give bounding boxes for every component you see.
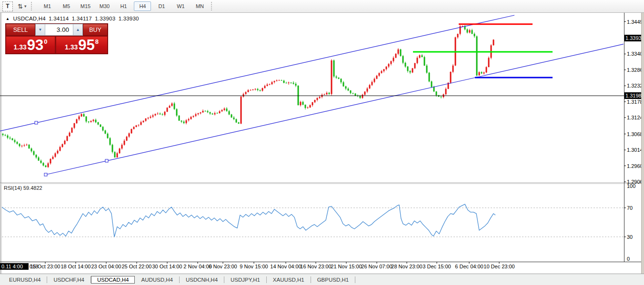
one-click-trading-panel: SELL ▼ ▲ BUY 1.33 93 0 1.33 95 8 bbox=[6, 24, 108, 54]
timeframe-h1-button[interactable]: H1 bbox=[115, 1, 132, 11]
top-toolbar: T ⇅ ▾ M1 M5 M15 M30 H1 H4 D1 W1 MN bbox=[0, 0, 644, 13]
high-value: 1.34117 bbox=[72, 16, 92, 21]
toolbar-grip bbox=[31, 2, 33, 10]
window-edge-strip bbox=[641, 13, 644, 285]
toolbar-grip bbox=[211, 2, 213, 10]
rsi-indicator-label: RSI(14) 59.4822 bbox=[4, 185, 42, 191]
shift-arrows-icon: ⇅ bbox=[18, 3, 23, 10]
volume-decrease-button[interactable]: ▼ bbox=[36, 24, 45, 35]
channel-anchor-handle bbox=[44, 173, 47, 176]
time-axis-label: 18 Oct 14:00 bbox=[61, 264, 91, 269]
tab-gbpusd-h1[interactable]: GBPUSD,H1 bbox=[311, 276, 355, 284]
volume-stepper: ▼ ▲ bbox=[35, 24, 83, 36]
low-value: 1.33903 bbox=[95, 16, 115, 21]
rsi-axis-label: 70 bbox=[627, 205, 633, 211]
sell-button[interactable]: SELL bbox=[6, 24, 35, 36]
mt4-window: T ⇅ ▾ M1 M5 M15 M30 H1 H4 D1 W1 MN ▲ USD… bbox=[0, 0, 644, 285]
text-tool-button[interactable]: T bbox=[2, 1, 13, 11]
time-axis-label: 15 Oct 23:00 bbox=[30, 264, 60, 269]
tab-eurusd-h4[interactable]: EURUSD,H4 bbox=[3, 276, 47, 284]
tab-usdchf-h4[interactable]: USDCHF,H4 bbox=[47, 276, 91, 284]
close-value: 1.33930 bbox=[119, 16, 139, 21]
time-axis-label: 3 Dec 15:00 bbox=[423, 264, 451, 269]
tab-usdjpy-h1[interactable]: USDJPY,H1 bbox=[224, 276, 266, 284]
symbol-label: USDCAD,H4 bbox=[13, 16, 46, 21]
buy-price-point: 8 bbox=[95, 38, 99, 45]
time-axis-label: 21 Nov 15:00 bbox=[331, 264, 362, 269]
timeframe-m1-button[interactable]: M1 bbox=[39, 1, 56, 11]
time-axis-label: 6 Nov 23:00 bbox=[209, 264, 237, 269]
time-axis-label: 10 Dec 23:00 bbox=[483, 264, 514, 269]
buy-price-pips: 95 bbox=[78, 38, 94, 52]
open-value: 1.34114 bbox=[49, 16, 69, 21]
time-axis-label: 14 Nov 04:00 bbox=[270, 264, 301, 269]
tab-separator bbox=[355, 276, 355, 283]
sell-price-prefix: 1.33 bbox=[14, 43, 27, 51]
timeframe-m5-button[interactable]: M5 bbox=[58, 1, 75, 11]
time-axis-label: 28 Nov 23:00 bbox=[391, 264, 422, 269]
volume-increase-button[interactable]: ▲ bbox=[73, 24, 82, 35]
text-tool-icon: T bbox=[6, 3, 9, 10]
time-axis-label: 6 Dec 04:00 bbox=[455, 264, 483, 269]
sell-price-tile[interactable]: 1.33 93 0 bbox=[6, 36, 55, 54]
timeframe-m15-button[interactable]: M15 bbox=[77, 1, 94, 11]
time-axis-label: 2 Nov 04:00 bbox=[183, 264, 211, 269]
time-axis-tag: 0.11 4:00 bbox=[0, 263, 29, 270]
timeframe-mn-button[interactable]: MN bbox=[191, 1, 208, 11]
buy-price-tile[interactable]: 1.33 95 8 bbox=[56, 36, 108, 54]
time-axis-label: 16 Nov 23:00 bbox=[300, 264, 331, 269]
channel-anchor-handle bbox=[105, 159, 108, 162]
rsi-axis-label: 100 bbox=[627, 183, 635, 189]
time-axis-label: 30 Oct 14:00 bbox=[152, 264, 182, 269]
buy-price-prefix: 1.33 bbox=[65, 43, 78, 51]
symbol-triangle-icon: ▲ bbox=[6, 17, 10, 21]
cursor-mode-button[interactable]: ⇅ ▾ bbox=[18, 3, 26, 10]
tab-audusd-h4[interactable]: AUDUSD,H4 bbox=[135, 276, 179, 284]
timeframe-m30-button[interactable]: M30 bbox=[96, 1, 113, 11]
timeframe-w1-button[interactable]: W1 bbox=[172, 1, 189, 11]
sell-price-point: 0 bbox=[44, 38, 47, 45]
chart-tab-bar: EURUSD,H4 USDCHF,H4 USDCAD,H4 AUDUSD,H4 … bbox=[0, 274, 644, 285]
tab-usdcad-h4[interactable]: USDCAD,H4 bbox=[91, 276, 135, 284]
time-axis-label: 23 Oct 04:00 bbox=[91, 264, 121, 269]
time-axis-label: 25 Oct 22:00 bbox=[122, 264, 152, 269]
timeframe-h4-button[interactable]: H4 bbox=[134, 1, 151, 11]
time-axis-label: 26 Nov 07:00 bbox=[361, 264, 392, 269]
chevron-down-icon: ▾ bbox=[24, 4, 27, 9]
sell-price-pips: 93 bbox=[27, 38, 43, 52]
tab-xauusd-h1[interactable]: XAUUSD,H1 bbox=[267, 276, 311, 284]
tab-usdcnh-h4[interactable]: USDCNH,H4 bbox=[180, 276, 224, 284]
timeframe-d1-button[interactable]: D1 bbox=[153, 1, 170, 11]
buy-button[interactable]: BUY bbox=[83, 24, 108, 36]
channel-anchor-handle bbox=[35, 121, 38, 124]
rsi-axis-label: 30 bbox=[627, 234, 633, 240]
volume-input[interactable] bbox=[45, 24, 73, 35]
time-axis-label: 9 Nov 15:00 bbox=[240, 264, 268, 269]
rsi-axis-label: 0 bbox=[627, 256, 630, 262]
chart-header: ▲ USDCAD,H4 1.34114 1.34117 1.33903 1.33… bbox=[6, 16, 141, 21]
